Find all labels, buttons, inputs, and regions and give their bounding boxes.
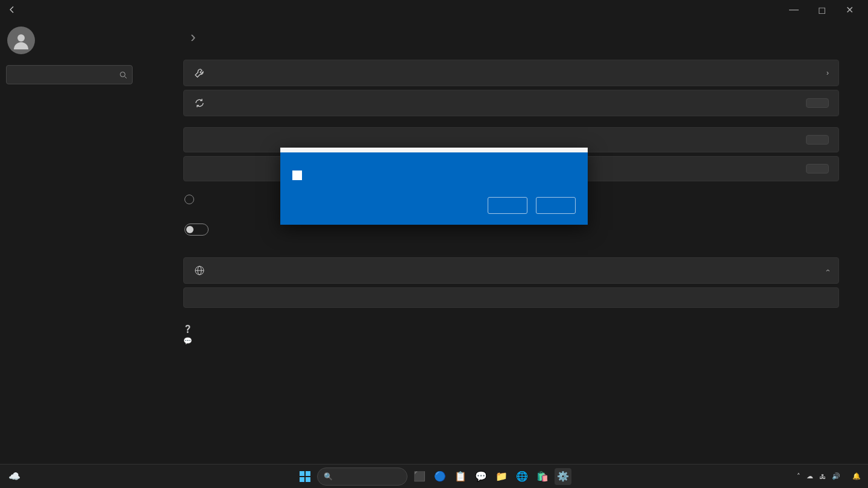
svg-rect-7 (306, 471, 310, 476)
task-view-icon[interactable]: ⬛ (411, 468, 428, 485)
search-icon: 🔍 (324, 472, 333, 481)
svg-rect-9 (306, 477, 310, 482)
search-input[interactable] (11, 70, 119, 79)
svg-point-0 (17, 34, 25, 42)
checkbox-icon[interactable] (292, 170, 302, 180)
search-icon (119, 71, 127, 79)
edge-icon[interactable]: 🌐 (514, 468, 530, 485)
sync-icon (193, 98, 206, 108)
notifications-icon[interactable]: 🔔 (852, 472, 861, 480)
repair-dialog (280, 148, 588, 225)
svg-rect-8 (300, 477, 304, 482)
search-input-wrap[interactable] (6, 65, 133, 84)
reinstall-now-button[interactable] (806, 98, 829, 108)
onedrive-icon[interactable]: ☁ (807, 472, 813, 480)
main-content: › › (181, 19, 868, 464)
back-button[interactable] (5, 2, 19, 17)
chevron-right-icon: › (190, 28, 196, 46)
card-recovery-link (183, 287, 839, 308)
settings-icon[interactable]: ⚙️ (555, 468, 571, 485)
explorer-icon[interactable]: 📁 (493, 468, 510, 485)
auto-restart-checkbox-row[interactable] (292, 170, 576, 180)
maximize-button[interactable]: ◻ (808, 0, 835, 19)
weather-icon[interactable]: ☁️ (6, 468, 23, 485)
feedback-icon: 💬 (183, 337, 195, 345)
widgets-icon[interactable]: 📋 (452, 468, 469, 485)
radio-icon[interactable] (184, 195, 194, 204)
restart-now-button[interactable] (806, 164, 829, 174)
minimize-button[interactable]: ― (780, 0, 808, 19)
close-button[interactable]: ✕ (835, 0, 863, 19)
give-feedback-row[interactable]: 💬 (183, 337, 839, 345)
taskbar-search[interactable]: 🔍 (317, 468, 407, 486)
volume-icon[interactable]: 🔊 (832, 472, 840, 480)
store-icon[interactable]: 🛍️ (534, 468, 551, 485)
titlebar: ― ◻ ✕ (0, 0, 868, 19)
svg-point-1 (121, 72, 125, 77)
start-button[interactable] (297, 468, 313, 485)
chevron-right-icon: › (826, 69, 829, 77)
globe-icon (193, 265, 206, 276)
teams-icon[interactable]: 💬 (473, 468, 489, 485)
dialog-titlebar (280, 148, 588, 152)
tray-chevron-icon[interactable]: ˄ (797, 472, 800, 480)
ok-button[interactable] (488, 197, 527, 214)
window-controls: ― ◻ ✕ (780, 0, 863, 19)
svg-line-2 (125, 77, 127, 78)
network-icon[interactable]: 🖧 (819, 473, 826, 480)
chevron-up-icon: › (823, 269, 832, 272)
taskbar: ☁️ 🔍 ⬛ 🔵 📋 💬 📁 🌐 🛍️ ⚙️ ˄ ☁ 🖧 🔊 🔔 (0, 464, 868, 488)
help-icon: ❔ (183, 325, 195, 333)
wrench-icon (193, 67, 206, 78)
breadcrumb: › (183, 28, 839, 46)
profile-block[interactable] (7, 27, 175, 54)
copilot-icon[interactable]: 🔵 (432, 468, 448, 485)
reset-pc-button[interactable] (806, 135, 829, 145)
sidebar (0, 19, 181, 464)
cancel-button[interactable] (536, 197, 576, 214)
recovery-drive-link[interactable] (184, 288, 232, 307)
get-help-row[interactable]: ❔ (183, 325, 839, 333)
svg-rect-6 (300, 471, 304, 476)
avatar (7, 27, 35, 54)
system-tray[interactable]: ˄ ☁ 🖧 🔊 🔔 (797, 472, 868, 480)
card-troubleshoot[interactable]: › (183, 60, 839, 86)
card-help-recovery[interactable]: › (183, 257, 839, 284)
card-windows-update-fix (183, 90, 839, 116)
toggle-switch[interactable] (184, 224, 209, 236)
